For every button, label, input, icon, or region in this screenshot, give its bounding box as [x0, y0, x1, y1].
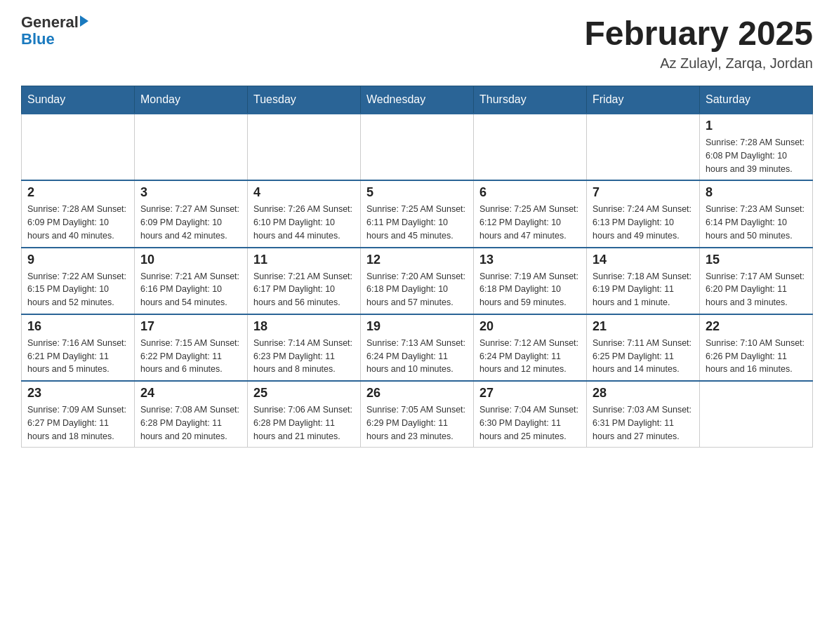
calendar-cell: 20Sunrise: 7:12 AM Sunset: 6:24 PM Dayli…: [474, 314, 587, 381]
day-number: 27: [479, 386, 581, 401]
calendar-cell: 25Sunrise: 7:06 AM Sunset: 6:28 PM Dayli…: [248, 381, 361, 448]
page-header: General Blue February 2025 Az Zulayl, Za…: [21, 14, 813, 72]
day-number: 14: [593, 253, 694, 267]
day-info: Sunrise: 7:20 AM Sunset: 6:18 PM Dayligh…: [366, 270, 468, 309]
calendar-cell: [361, 114, 474, 180]
calendar-cell: 3Sunrise: 7:27 AM Sunset: 6:09 PM Daylig…: [135, 180, 248, 247]
calendar-cell: 24Sunrise: 7:08 AM Sunset: 6:28 PM Dayli…: [135, 381, 248, 448]
day-number: 5: [366, 185, 468, 200]
calendar-cell: 19Sunrise: 7:13 AM Sunset: 6:24 PM Dayli…: [361, 314, 474, 381]
day-number: 11: [253, 253, 355, 267]
day-info: Sunrise: 7:08 AM Sunset: 6:28 PM Dayligh…: [140, 403, 241, 443]
calendar-cell: 2Sunrise: 7:28 AM Sunset: 6:09 PM Daylig…: [22, 180, 135, 247]
day-info: Sunrise: 7:15 AM Sunset: 6:22 PM Dayligh…: [140, 337, 241, 376]
day-number: 12: [366, 253, 468, 267]
calendar-header-row: SundayMondayTuesdayWednesdayThursdayFrid…: [22, 86, 813, 114]
day-number: 7: [593, 185, 694, 200]
calendar-cell: 26Sunrise: 7:05 AM Sunset: 6:29 PM Dayli…: [361, 381, 474, 448]
day-info: Sunrise: 7:22 AM Sunset: 6:15 PM Dayligh…: [27, 270, 128, 309]
calendar-cell: [22, 114, 135, 180]
calendar-cell: 11Sunrise: 7:21 AM Sunset: 6:17 PM Dayli…: [248, 248, 361, 314]
day-number: 26: [366, 386, 468, 401]
calendar-cell: 23Sunrise: 7:09 AM Sunset: 6:27 PM Dayli…: [22, 381, 135, 448]
calendar-cell: 14Sunrise: 7:18 AM Sunset: 6:19 PM Dayli…: [587, 248, 700, 314]
calendar-cell: 21Sunrise: 7:11 AM Sunset: 6:25 PM Dayli…: [587, 314, 700, 381]
calendar-week-row: 1Sunrise: 7:28 AM Sunset: 6:08 PM Daylig…: [22, 114, 813, 180]
calendar-cell: 10Sunrise: 7:21 AM Sunset: 6:16 PM Dayli…: [135, 248, 248, 314]
logo-arrow-icon: [80, 15, 88, 27]
day-header-sunday: Sunday: [22, 86, 135, 114]
day-number: 15: [706, 253, 807, 267]
day-info: Sunrise: 7:10 AM Sunset: 6:26 PM Dayligh…: [706, 337, 807, 376]
day-info: Sunrise: 7:12 AM Sunset: 6:24 PM Dayligh…: [479, 337, 581, 376]
day-number: 25: [253, 386, 355, 401]
calendar-cell: 17Sunrise: 7:15 AM Sunset: 6:22 PM Dayli…: [135, 314, 248, 381]
calendar-table: SundayMondayTuesdayWednesdayThursdayFrid…: [21, 86, 813, 448]
calendar-cell: [587, 114, 700, 180]
day-number: 1: [706, 119, 807, 133]
day-info: Sunrise: 7:04 AM Sunset: 6:30 PM Dayligh…: [479, 403, 581, 443]
day-info: Sunrise: 7:18 AM Sunset: 6:19 PM Dayligh…: [593, 270, 694, 309]
calendar-cell: 8Sunrise: 7:23 AM Sunset: 6:14 PM Daylig…: [700, 180, 813, 247]
calendar-cell: [474, 114, 587, 180]
day-info: Sunrise: 7:16 AM Sunset: 6:21 PM Dayligh…: [27, 337, 128, 376]
logo-general-text: General: [21, 14, 79, 31]
day-info: Sunrise: 7:28 AM Sunset: 6:08 PM Dayligh…: [706, 136, 807, 175]
day-number: 16: [27, 319, 128, 334]
calendar-cell: 18Sunrise: 7:14 AM Sunset: 6:23 PM Dayli…: [248, 314, 361, 381]
day-number: 2: [27, 185, 128, 200]
day-number: 20: [479, 319, 581, 334]
day-number: 3: [140, 185, 241, 200]
day-number: 24: [140, 386, 241, 401]
day-info: Sunrise: 7:05 AM Sunset: 6:29 PM Dayligh…: [366, 403, 468, 443]
day-number: 23: [27, 386, 128, 401]
day-info: Sunrise: 7:13 AM Sunset: 6:24 PM Dayligh…: [366, 337, 468, 376]
day-header-monday: Monday: [135, 86, 248, 114]
calendar-cell: 1Sunrise: 7:28 AM Sunset: 6:08 PM Daylig…: [700, 114, 813, 180]
day-info: Sunrise: 7:21 AM Sunset: 6:17 PM Dayligh…: [253, 270, 355, 309]
day-info: Sunrise: 7:21 AM Sunset: 6:16 PM Dayligh…: [140, 270, 241, 309]
day-info: Sunrise: 7:14 AM Sunset: 6:23 PM Dayligh…: [253, 337, 355, 376]
day-header-thursday: Thursday: [474, 86, 587, 114]
calendar-cell: 16Sunrise: 7:16 AM Sunset: 6:21 PM Dayli…: [22, 314, 135, 381]
day-info: Sunrise: 7:17 AM Sunset: 6:20 PM Dayligh…: [706, 270, 807, 309]
day-number: 13: [479, 253, 581, 267]
calendar-week-row: 16Sunrise: 7:16 AM Sunset: 6:21 PM Dayli…: [22, 314, 813, 381]
logo: General Blue: [21, 14, 88, 48]
day-info: Sunrise: 7:25 AM Sunset: 6:11 PM Dayligh…: [366, 203, 468, 242]
day-number: 4: [253, 185, 355, 200]
calendar-cell: [248, 114, 361, 180]
day-number: 8: [706, 185, 807, 200]
day-header-friday: Friday: [587, 86, 700, 114]
calendar-cell: 27Sunrise: 7:04 AM Sunset: 6:30 PM Dayli…: [474, 381, 587, 448]
calendar-cell: 6Sunrise: 7:25 AM Sunset: 6:12 PM Daylig…: [474, 180, 587, 247]
calendar-cell: 9Sunrise: 7:22 AM Sunset: 6:15 PM Daylig…: [22, 248, 135, 314]
calendar-subtitle: Az Zulayl, Zarqa, Jordan: [584, 55, 813, 72]
calendar-title: February 2025: [584, 14, 813, 53]
day-info: Sunrise: 7:27 AM Sunset: 6:09 PM Dayligh…: [140, 203, 241, 242]
day-number: 19: [366, 319, 468, 334]
day-number: 10: [140, 253, 241, 267]
day-info: Sunrise: 7:24 AM Sunset: 6:13 PM Dayligh…: [593, 203, 694, 242]
calendar-cell: 4Sunrise: 7:26 AM Sunset: 6:10 PM Daylig…: [248, 180, 361, 247]
day-number: 22: [706, 319, 807, 334]
day-number: 28: [593, 386, 694, 401]
day-info: Sunrise: 7:06 AM Sunset: 6:28 PM Dayligh…: [253, 403, 355, 443]
calendar-cell: 7Sunrise: 7:24 AM Sunset: 6:13 PM Daylig…: [587, 180, 700, 247]
day-header-saturday: Saturday: [700, 86, 813, 114]
day-header-tuesday: Tuesday: [248, 86, 361, 114]
calendar-week-row: 9Sunrise: 7:22 AM Sunset: 6:15 PM Daylig…: [22, 248, 813, 314]
day-info: Sunrise: 7:23 AM Sunset: 6:14 PM Dayligh…: [706, 203, 807, 242]
calendar-week-row: 2Sunrise: 7:28 AM Sunset: 6:09 PM Daylig…: [22, 180, 813, 247]
calendar-cell: 5Sunrise: 7:25 AM Sunset: 6:11 PM Daylig…: [361, 180, 474, 247]
day-info: Sunrise: 7:25 AM Sunset: 6:12 PM Dayligh…: [479, 203, 581, 242]
calendar-cell: 13Sunrise: 7:19 AM Sunset: 6:18 PM Dayli…: [474, 248, 587, 314]
day-info: Sunrise: 7:26 AM Sunset: 6:10 PM Dayligh…: [253, 203, 355, 242]
calendar-cell: 22Sunrise: 7:10 AM Sunset: 6:26 PM Dayli…: [700, 314, 813, 381]
day-info: Sunrise: 7:03 AM Sunset: 6:31 PM Dayligh…: [593, 403, 694, 443]
day-number: 21: [593, 319, 694, 334]
day-number: 6: [479, 185, 581, 200]
title-block: February 2025 Az Zulayl, Zarqa, Jordan: [584, 14, 813, 72]
day-header-wednesday: Wednesday: [361, 86, 474, 114]
calendar-week-row: 23Sunrise: 7:09 AM Sunset: 6:27 PM Dayli…: [22, 381, 813, 448]
